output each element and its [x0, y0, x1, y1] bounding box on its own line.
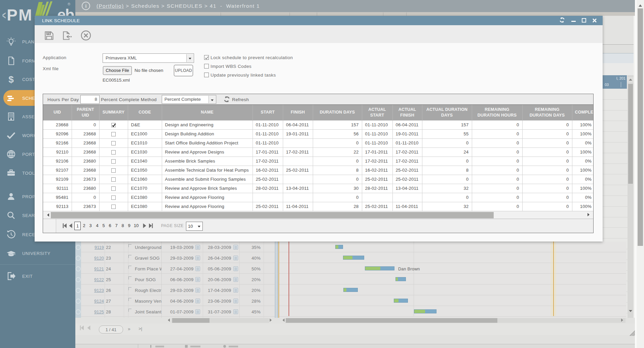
svg-text:$: $	[8, 74, 14, 84]
